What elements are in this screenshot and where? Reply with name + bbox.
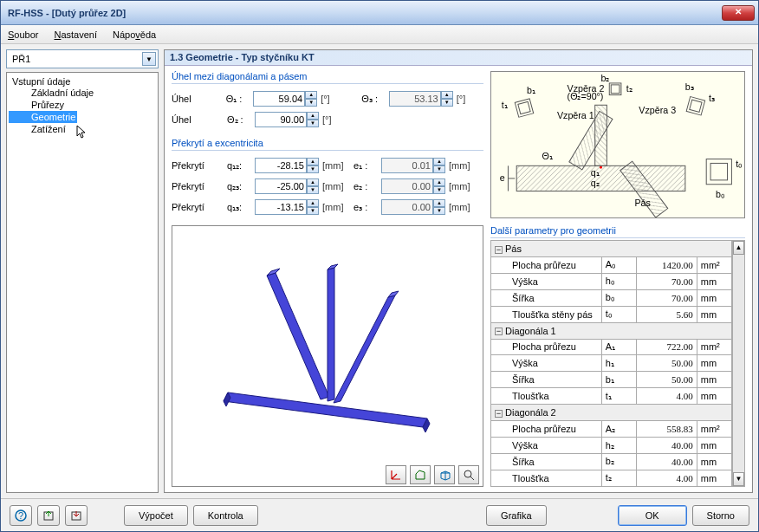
chevron-down-icon[interactable]: ▼ xyxy=(142,52,156,66)
svg-text:e: e xyxy=(500,172,505,183)
svg-text:b₁: b₁ xyxy=(527,85,535,95)
theta3-input[interactable]: ▲▼ xyxy=(389,91,453,107)
app-window: RF-HSS - [Dutý průřez 2D] ✕ Soubor Nasta… xyxy=(0,0,759,532)
export-button[interactable] xyxy=(37,505,60,526)
svg-marker-35 xyxy=(267,273,329,399)
svg-text:t₃: t₃ xyxy=(709,93,715,103)
svg-text:Vzpěra 3: Vzpěra 3 xyxy=(639,105,676,115)
table-row: Výškah₂40.00mm xyxy=(491,438,732,454)
theta2-input[interactable]: ▲▼ xyxy=(255,112,319,127)
q23-input[interactable]: ▲▼ xyxy=(255,178,319,194)
check-button[interactable]: Kontrola xyxy=(193,505,258,526)
menubar: Soubor Nastavení Nápověda xyxy=(1,25,758,44)
svg-text:b₂: b₂ xyxy=(601,73,610,83)
svg-text:t₂: t₂ xyxy=(626,83,632,94)
svg-text:Pás: Pás xyxy=(634,198,650,208)
svg-point-41 xyxy=(464,470,471,477)
table-row: Šířkab₁50.00mm xyxy=(491,372,732,388)
theta1-input[interactable]: ▲▼ xyxy=(253,91,317,107)
e3-input[interactable]: ▲▼ xyxy=(381,199,445,215)
cancel-button[interactable]: Storno xyxy=(692,505,749,526)
table-row: Výškah₀70.00mm xyxy=(491,273,732,289)
e1-input[interactable]: ▲▼ xyxy=(381,158,445,173)
svg-text:t₀: t₀ xyxy=(736,159,743,169)
table-row: Výškah₁50.00mm xyxy=(491,355,732,372)
graphics-button[interactable]: Grafika xyxy=(486,505,546,526)
table-row: Plocha průřezuA₂558.83mm² xyxy=(491,421,732,438)
e2-input[interactable]: ▲▼ xyxy=(381,178,445,194)
schematic-diagram: Vzpěra 2 (Θ₂=90°) Vzpěra 1 Vzpěra 3 Pás … xyxy=(490,71,745,218)
svg-point-31 xyxy=(600,166,602,169)
nav-tree[interactable]: Vstupní údaje Základní údajePrůřezyGeome… xyxy=(6,72,159,493)
angles-title: Úhel mezi diagonálami a pásem xyxy=(172,71,483,84)
calc-button[interactable]: Výpočet xyxy=(124,505,188,526)
tree-root[interactable]: Vstupní údaje xyxy=(9,76,156,87)
menu-file[interactable]: Soubor xyxy=(4,28,42,42)
svg-text:Vzpěra 1: Vzpěra 1 xyxy=(557,110,594,120)
svg-rect-2 xyxy=(595,105,607,165)
scrollbar[interactable]: ▲ ▼ xyxy=(732,240,745,487)
import-button[interactable] xyxy=(65,505,88,526)
render-tool-cube[interactable] xyxy=(434,465,455,484)
table-group-header[interactable]: −Pás xyxy=(491,241,732,257)
case-combo-value: PŘ1 xyxy=(12,54,142,64)
ok-button[interactable]: OK xyxy=(618,505,687,526)
table-row: Šířkab₂40.00mm xyxy=(491,453,732,470)
table-row: Tloušťkat₁4.00mm xyxy=(491,388,732,405)
svg-rect-7 xyxy=(611,85,620,94)
svg-marker-39 xyxy=(334,295,395,403)
svg-rect-9 xyxy=(690,100,702,112)
q13-input[interactable]: ▲▼ xyxy=(255,199,319,215)
window-title: RF-HSS - [Dutý průřez 2D] xyxy=(4,8,722,18)
menu-help[interactable]: Nápověda xyxy=(109,28,159,42)
scroll-down-icon[interactable]: ▼ xyxy=(733,472,744,486)
table-group-header[interactable]: −Diagonála 1 xyxy=(491,322,732,339)
overlap-title: Překrytí a excentricita xyxy=(172,138,483,151)
table-group-header[interactable]: −Diagonála 2 xyxy=(491,405,732,421)
params-table: −PásPlocha průřezuA₀1420.00mm²Výškah₀70.… xyxy=(490,240,732,487)
table-row: Tloušťkat₂4.00mm xyxy=(491,470,732,486)
svg-marker-37 xyxy=(328,268,334,401)
render-tool-axes[interactable] xyxy=(386,465,406,484)
svg-text:b₀: b₀ xyxy=(716,189,725,199)
svg-rect-4 xyxy=(515,99,533,117)
svg-text:q₂: q₂ xyxy=(591,178,600,188)
table-row: Tloušťka stěny pást₀5.60mm xyxy=(491,306,732,322)
svg-text:b₃: b₃ xyxy=(685,81,694,92)
svg-text:?: ? xyxy=(18,510,23,521)
tree-item[interactable]: Zatížení xyxy=(9,123,156,135)
tree-item[interactable]: Průřezy xyxy=(9,99,156,111)
tree-item[interactable]: Geometrie xyxy=(9,111,77,123)
svg-text:(Θ₂=90°): (Θ₂=90°) xyxy=(568,91,604,101)
scroll-up-icon[interactable]: ▲ xyxy=(733,241,744,255)
render-tool-zoom[interactable] xyxy=(458,465,479,484)
render-3d xyxy=(172,225,483,487)
svg-marker-40 xyxy=(388,291,399,297)
tree-item[interactable]: Základní údaje xyxy=(9,87,156,99)
svg-text:Θ₁: Θ₁ xyxy=(542,151,552,161)
svg-rect-5 xyxy=(518,101,530,114)
q12-input[interactable]: ▲▼ xyxy=(255,158,319,173)
svg-rect-8 xyxy=(686,97,704,115)
svg-rect-0 xyxy=(516,165,685,191)
titlebar: RF-HSS - [Dutý průřez 2D] ✕ xyxy=(1,1,758,25)
svg-text:q₁: q₁ xyxy=(591,167,600,178)
table-row: Plocha průřezuA₁722.00mm² xyxy=(491,339,732,355)
svg-rect-11 xyxy=(710,163,727,179)
params-title: Další parametry pro geometrii xyxy=(490,225,745,238)
close-button[interactable]: ✕ xyxy=(722,5,755,21)
help-button[interactable]: ? xyxy=(10,505,32,526)
case-combo[interactable]: PŘ1 ▼ xyxy=(6,49,159,68)
svg-text:t₁: t₁ xyxy=(502,100,508,110)
table-row: Šířkab₀70.00mm xyxy=(491,289,732,306)
render-tool-view[interactable] xyxy=(410,465,431,484)
menu-settings[interactable]: Nastavení xyxy=(50,28,101,42)
table-row: Plocha průřezuA₀1420.00mm² xyxy=(491,256,732,273)
panel-title: 1.3 Geometrie - Typ styčníku KT xyxy=(165,50,752,66)
